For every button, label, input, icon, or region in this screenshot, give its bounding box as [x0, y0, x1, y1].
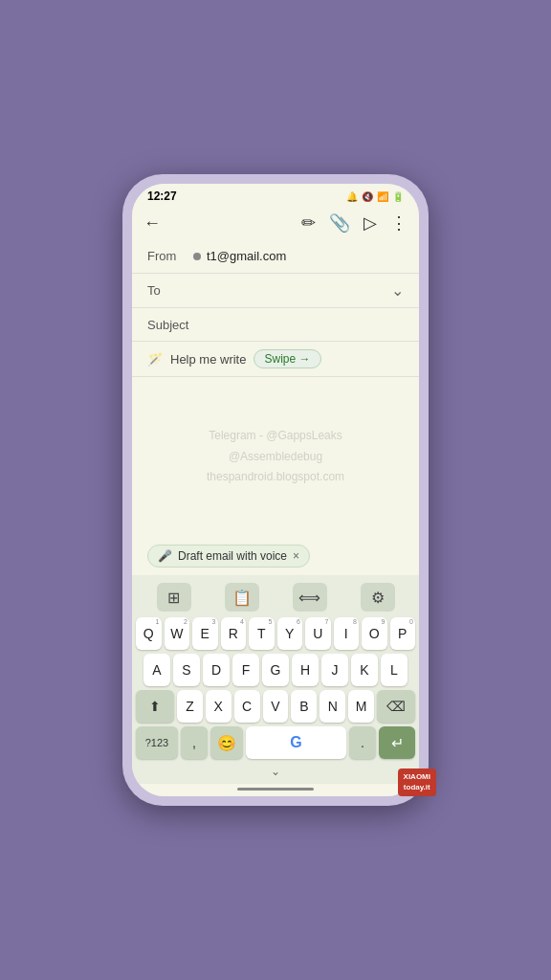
from-field-row: From t1@gmail.com: [132, 239, 419, 274]
key-B[interactable]: B: [291, 690, 317, 723]
to-field-row[interactable]: To ⌄: [132, 274, 419, 308]
watermark-area: Telegram - @GappsLeaks @Assembledebug th…: [132, 377, 419, 537]
chevron-down-icon[interactable]: ⌄: [271, 765, 280, 778]
microphone-icon: 🎤: [158, 549, 172, 563]
enter-key[interactable]: ↵: [379, 726, 415, 759]
key-J[interactable]: J: [321, 654, 348, 686]
keyboard-rows: Q1 W2 E3 R4 T5 Y6 U7 I8 O9 P0 A S D F: [134, 617, 417, 723]
mute-icon: 🔇: [362, 191, 373, 202]
key-W[interactable]: W2: [165, 617, 190, 650]
home-bar: [237, 788, 314, 791]
key-F[interactable]: F: [232, 654, 259, 686]
key-L[interactable]: L: [381, 654, 408, 686]
status-time: 12:27: [147, 189, 177, 203]
key-O[interactable]: O9: [362, 617, 387, 650]
subject-label: Subject: [147, 318, 188, 332]
key-D[interactable]: D: [203, 654, 230, 686]
help-text: Help me write: [170, 352, 246, 367]
phone-frame: 12:27 🔔 🔇 📶 🔋 ← ✏ 📎 ▷ ⋮ Fro: [122, 174, 429, 806]
clipboard-button[interactable]: 📋: [225, 583, 259, 612]
from-email[interactable]: t1@gmail.com: [207, 249, 404, 263]
key-P[interactable]: P0: [390, 617, 416, 650]
comma-key[interactable]: ,: [181, 726, 208, 759]
watermark-line1: Telegram - @GappsLeaks: [209, 426, 342, 447]
subject-row[interactable]: Subject: [132, 308, 419, 342]
send-button[interactable]: ▷: [364, 212, 377, 234]
key-C[interactable]: C: [234, 690, 260, 723]
notification-icon: 🔔: [346, 191, 358, 202]
period-key[interactable]: .: [349, 726, 376, 759]
key-X[interactable]: X: [206, 690, 231, 723]
key-A[interactable]: A: [143, 654, 170, 686]
battery-icon: 🔋: [392, 191, 404, 202]
expand-icon[interactable]: ⌄: [391, 281, 404, 300]
status-icons: 🔔 🔇 📶 🔋: [346, 191, 404, 202]
voice-draft-chip[interactable]: 🎤 Draft email with voice ×: [147, 545, 310, 568]
key-U[interactable]: U7: [305, 617, 331, 650]
key-R[interactable]: R4: [221, 617, 247, 650]
phone-screen: 12:27 🔔 🔇 📶 🔋 ← ✏ 📎 ▷ ⋮ Fro: [132, 184, 419, 796]
keyboard-handle[interactable]: ⌄: [134, 761, 417, 782]
xiaomi-watermark: XIAOMItoday.it: [398, 768, 436, 796]
shift-key[interactable]: ⬆: [136, 690, 174, 723]
backspace-key[interactable]: ⌫: [377, 690, 415, 723]
keyboard-toolbar: ⊞ 📋 ⟺ ⚙: [134, 579, 417, 615]
key-H[interactable]: H: [292, 654, 319, 686]
key-K[interactable]: K: [351, 654, 378, 686]
keyboard-row-3: ⬆ Z X C V B N M ⌫: [136, 690, 415, 723]
app-toolbar: ← ✏ 📎 ▷ ⋮: [132, 207, 419, 239]
key-I[interactable]: I8: [334, 617, 360, 650]
edit-icon[interactable]: ✏: [301, 212, 316, 234]
key-G[interactable]: G: [262, 654, 289, 686]
voice-chip-area: 🎤 Draft email with voice ×: [132, 537, 419, 575]
google-logo: G: [290, 734, 301, 751]
key-T[interactable]: T5: [249, 617, 275, 650]
watermark-line2: @Assembledebug: [229, 447, 322, 468]
to-label: To: [147, 283, 193, 298]
numbers-key[interactable]: ?123: [136, 726, 178, 759]
keyboard-layout-button[interactable]: ⊞: [157, 583, 191, 612]
magic-wand-icon: 🪄: [147, 352, 163, 367]
voice-chip-close-button[interactable]: ×: [293, 549, 299, 563]
key-Y[interactable]: Y6: [277, 617, 303, 650]
key-E[interactable]: E3: [192, 617, 218, 650]
space-key[interactable]: G: [246, 726, 346, 759]
key-V[interactable]: V: [263, 690, 289, 723]
compose-area: From t1@gmail.com To ⌄ Subject 🪄 Help me…: [132, 239, 419, 575]
status-bar: 12:27 🔔 🔇 📶 🔋: [132, 184, 419, 207]
settings-button[interactable]: ⚙: [361, 583, 395, 612]
keyboard-row-1: Q1 W2 E3 R4 T5 Y6 U7 I8 O9 P0: [136, 617, 415, 650]
swipe-button[interactable]: Swipe →: [253, 349, 320, 368]
keyboard-row-2: A S D F G H J K L: [136, 654, 415, 686]
swipe-label: Swipe →: [264, 352, 310, 366]
help-row: 🪄 Help me write Swipe →: [132, 342, 419, 377]
key-S[interactable]: S: [173, 654, 200, 686]
signal-icon: 📶: [377, 191, 388, 202]
key-Z[interactable]: Z: [177, 690, 203, 723]
key-N[interactable]: N: [320, 690, 345, 723]
watermark-line3: thespandroid.blogspot.com: [207, 467, 344, 488]
from-label: From: [147, 249, 193, 263]
home-indicator: [132, 784, 419, 796]
back-button[interactable]: ←: [143, 213, 161, 233]
keyboard-bottom-row: ?123 , 😊 G . ↵: [134, 726, 417, 759]
sender-avatar: [193, 253, 201, 260]
cursor-button[interactable]: ⟺: [293, 583, 327, 612]
emoji-key[interactable]: 😊: [210, 726, 243, 759]
attach-icon[interactable]: 📎: [329, 212, 350, 234]
more-options-icon[interactable]: ⋮: [390, 212, 408, 234]
key-Q[interactable]: Q1: [136, 617, 162, 650]
key-M[interactable]: M: [348, 690, 374, 723]
keyboard-area: ⊞ 📋 ⟺ ⚙ Q1 W2 E3 R4 T5 Y6 U7 I8 O9 P0: [132, 575, 419, 784]
voice-chip-label: Draft email with voice: [178, 549, 287, 563]
